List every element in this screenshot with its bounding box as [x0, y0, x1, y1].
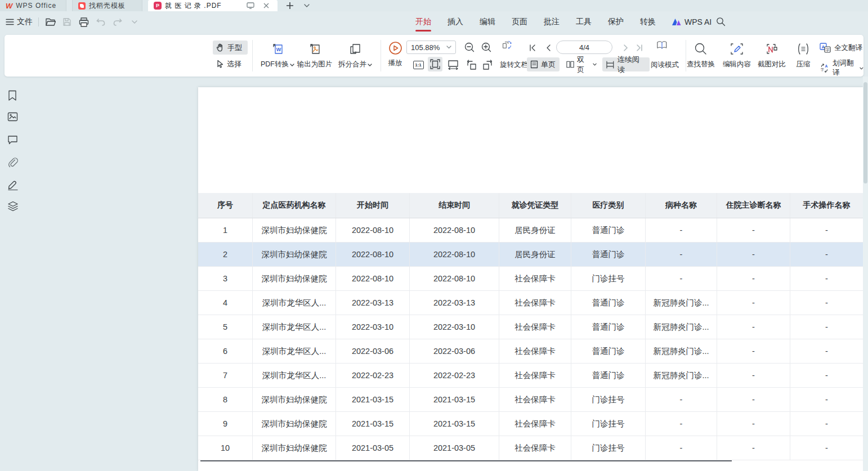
svg-text:字: 字 [821, 68, 824, 71]
table-cell: 门诊挂号 [571, 267, 646, 290]
table-cell: 深圳市妇幼保健院 [253, 218, 336, 242]
table-cell: - [790, 364, 863, 387]
select-tool-button[interactable]: 选择 [213, 57, 248, 71]
table-cell: 深圳市妇幼保健院 [253, 243, 336, 266]
pdf-page[interactable]: 序号定点医药机构名称开始时间结束时间就诊凭证类型医疗类别病种名称住院主诊断名称手… [198, 87, 863, 471]
full-translate-label: 全文翻译 [834, 43, 862, 53]
table-cell: 新冠肺炎门诊... [646, 364, 717, 387]
single-page-button[interactable]: 单页 [527, 57, 560, 71]
table-cell: - [790, 291, 863, 315]
tab-wps-office[interactable]: W WPS Office [0, 0, 66, 11]
table-cell: 深圳市龙华区人... [253, 364, 336, 387]
menu-search-icon[interactable] [715, 16, 726, 27]
next-page-icon[interactable] [620, 42, 632, 53]
table-row: 7深圳市龙华区人...2022-02-232022-02-23社会保障卡普通门诊… [198, 364, 863, 388]
table-cell: - [717, 218, 790, 242]
first-page-icon[interactable] [527, 42, 538, 53]
undo-icon[interactable] [95, 16, 106, 28]
menu-item-insert[interactable]: 插入 [448, 11, 463, 33]
file-menu-button[interactable]: 文件 [6, 17, 33, 27]
screen-share-icon[interactable] [245, 0, 256, 11]
table-cell: 普通门诊 [571, 291, 646, 315]
table-cell: 门诊挂号 [571, 388, 646, 411]
split-merge-label: 拆分合并 [338, 60, 366, 68]
vertical-scrollbar[interactable] [863, 77, 868, 471]
zoom-out-icon[interactable] [464, 42, 475, 53]
actual-size-button[interactable]: 1:1 [411, 57, 426, 72]
fit-width-icon [448, 60, 459, 70]
tab-bar: W WPS Office 找稻壳模板 P 就 医 记 录 .PDF [0, 0, 868, 11]
new-tab-button[interactable] [284, 0, 296, 11]
redo-icon[interactable] [112, 16, 123, 28]
continuous-read-button[interactable]: 连续阅读 [602, 57, 650, 71]
signature-icon[interactable] [7, 179, 19, 190]
rotate-right-icon[interactable] [481, 57, 495, 72]
bookmark-icon[interactable] [7, 90, 19, 101]
table-cell: - [717, 388, 790, 411]
table-cell: 居民身份证 [499, 218, 571, 242]
page-indicator-input[interactable]: 4/4 [556, 41, 612, 54]
export-image-button[interactable]: 输出为图片 [293, 42, 337, 69]
tab-medical-record-pdf[interactable]: P 就 医 记 录 .PDF [148, 0, 278, 11]
menu-item-comment[interactable]: 批注 [544, 11, 560, 33]
undo-redo-dropdown-icon[interactable] [129, 16, 140, 28]
compress-button[interactable]: 压缩 [789, 42, 817, 69]
svg-text:A: A [825, 64, 827, 68]
open-file-icon[interactable] [44, 16, 56, 28]
table-header-cell: 开始时间 [336, 193, 410, 218]
table-cell: - [790, 436, 863, 460]
thumbnails-icon[interactable] [7, 112, 19, 123]
table-cell: 门诊挂号 [571, 412, 646, 436]
hand-tool-button[interactable]: 手型 [213, 41, 248, 55]
menu-item-protect[interactable]: 保护 [608, 11, 624, 33]
close-tab-icon[interactable] [261, 0, 272, 11]
split-merge-button[interactable]: 拆分合并 [333, 42, 377, 69]
divider [381, 40, 381, 71]
wps-ai-label: WPS AI [684, 17, 712, 26]
print-icon[interactable] [78, 16, 90, 28]
zoom-level-select[interactable]: 105.88% [406, 41, 456, 54]
table-header-cell: 手术操作名称 [790, 193, 863, 218]
previous-page-icon[interactable] [543, 42, 554, 53]
full-translate-button[interactable]: A 字 全文翻译 [820, 43, 862, 53]
last-page-icon[interactable] [634, 42, 645, 53]
tab-list-dropdown-icon[interactable] [301, 0, 312, 11]
layers-icon[interactable] [7, 201, 19, 212]
hand-icon [216, 43, 225, 52]
menu-item-home[interactable]: 开始 [415, 11, 431, 33]
table-row: 4深圳市龙华区人...2022-03-132022-03-13社会保障卡普通门诊… [198, 291, 863, 315]
export-image-icon [293, 42, 337, 56]
table-header-cell: 病种名称 [646, 193, 717, 218]
table-cell: 8 [198, 388, 253, 411]
menu-item-convert[interactable]: 转换 [640, 11, 656, 33]
play-button[interactable]: 播放 [383, 41, 408, 68]
tab-docer-templates[interactable]: 找稻壳模板 [72, 0, 142, 11]
wps-ai-button[interactable]: WPS AI [672, 11, 712, 33]
fit-page-button[interactable] [428, 57, 442, 71]
find-replace-button[interactable]: 查找替换 [683, 42, 718, 69]
table-cell: 2021-03-15 [410, 388, 499, 411]
screenshot-compare-button[interactable]: 截图对比 [754, 42, 789, 69]
fit-page-icon [430, 59, 440, 69]
rotate-document-icon[interactable] [501, 39, 512, 51]
attachment-icon[interactable] [7, 157, 19, 168]
scrollbar-thumb[interactable] [863, 82, 867, 183]
table-cell: 9 [198, 412, 253, 436]
toolbar: 手型 选择 W PDF转换 [5, 35, 863, 77]
menu-item-edit[interactable]: 编辑 [480, 11, 495, 33]
menu-item-tools[interactable]: 工具 [576, 11, 592, 33]
rotate-left-icon[interactable] [464, 57, 478, 72]
save-icon[interactable] [61, 16, 73, 28]
table-cell: 2022-02-23 [336, 364, 410, 387]
edit-content-button[interactable]: 编辑内容 [719, 42, 754, 69]
word-translate-button[interactable]: A 字 划词翻译 [820, 59, 863, 78]
table-cell: - [790, 218, 863, 242]
read-mode-icon[interactable] [656, 39, 668, 51]
table-cell: 2021-03-05 [336, 436, 410, 460]
fit-width-button[interactable] [446, 57, 460, 72]
double-page-button[interactable]: 双页 [563, 57, 600, 71]
zoom-in-icon[interactable] [481, 42, 492, 53]
menu-item-page[interactable]: 页面 [512, 11, 527, 33]
find-replace-label: 查找替换 [687, 60, 715, 68]
comment-icon[interactable] [7, 135, 19, 146]
